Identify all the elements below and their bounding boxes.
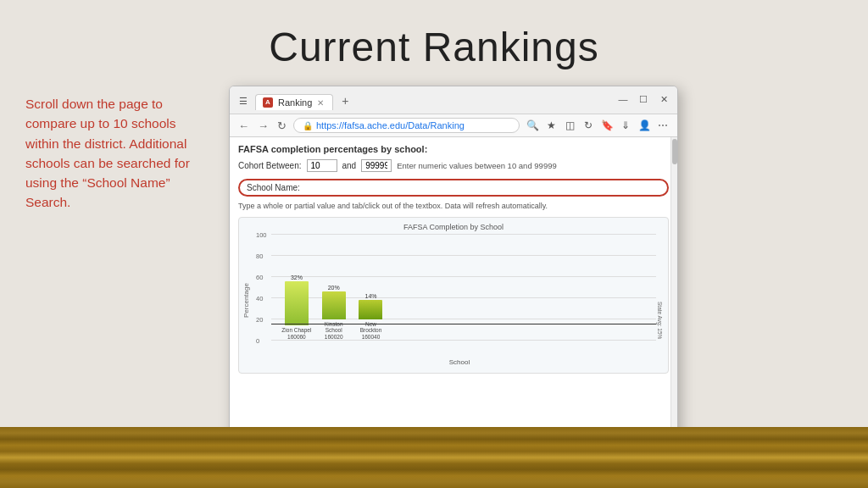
school-name-container: School Name:: [238, 179, 669, 197]
extensions-icon[interactable]: ◫: [562, 118, 577, 133]
state-avg-line: [271, 324, 656, 324]
url-text: https://fafsa.ache.edu/Data/Ranking: [316, 120, 465, 130]
y-tick-0: 0: [256, 337, 259, 345]
y-tick-60: 60: [256, 274, 263, 281]
history-icon[interactable]: ↻: [581, 118, 596, 133]
cohort-to-input[interactable]: [361, 159, 392, 172]
bar-item-1: 32% Zion Chapel 160060: [280, 274, 314, 341]
address-bar[interactable]: 🔒 https://fafsa.ache.edu/Data/Ranking: [293, 118, 520, 133]
chart-title: FAFSA Completion by School: [242, 223, 665, 231]
bar-value-2: 20%: [328, 285, 340, 291]
bar-item-2: 20% Kinston School 160020: [317, 285, 351, 341]
browser-window: ☰ A Ranking ✕ + — ☐ ✕ ← →: [229, 86, 678, 441]
close-button[interactable]: ✕: [657, 92, 670, 106]
downloads-icon[interactable]: ⇓: [618, 118, 633, 133]
forward-button[interactable]: →: [256, 119, 270, 132]
left-annotation: Scroll down the page to compare up to 10…: [25, 86, 212, 441]
bar-2: [322, 291, 346, 319]
school-search-hint: Type a whole or partial value and tab/cl…: [238, 202, 669, 210]
tab-strip: A Ranking ✕ +: [255, 92, 356, 110]
school-name-label: School Name:: [247, 183, 300, 192]
restore-button[interactable]: ☐: [637, 92, 650, 106]
browser-tab-ranking[interactable]: A Ranking ✕: [255, 94, 333, 110]
bar-item-3: 14% New Brockton 160040: [354, 293, 388, 341]
bar-1: [285, 281, 309, 325]
bar-value-1: 32%: [291, 274, 303, 280]
bar-3: [359, 300, 382, 319]
tab-close-button[interactable]: ✕: [317, 98, 324, 108]
new-tab-button[interactable]: +: [335, 92, 355, 110]
bar-value-3: 14%: [364, 293, 376, 299]
browser-chrome: ☰ A Ranking ✕ + — ☐ ✕: [230, 86, 677, 114]
cohort-label: Cohort Between:: [238, 161, 302, 170]
profile-icon[interactable]: 👤: [637, 118, 652, 133]
browser-grid-icon[interactable]: ☰: [236, 94, 250, 108]
chart-container: FAFSA Completion by School Percentage 10…: [238, 217, 669, 374]
y-tick-80: 80: [256, 252, 263, 260]
cohort-from-input[interactable]: [307, 159, 337, 172]
school-name-input[interactable]: [300, 183, 660, 192]
page-heading: FAFSA completion percentages by school:: [238, 144, 669, 154]
bars-group: 32% Zion Chapel 160060 20% Kinston Schoo…: [271, 235, 656, 341]
chart-inner: 100 80 60 40 20: [254, 235, 665, 366]
wood-floor: [0, 427, 868, 488]
scrollbar[interactable]: [670, 137, 677, 441]
scrollbar-thumb[interactable]: [672, 139, 677, 164]
y-tick-100: 100: [256, 231, 267, 239]
browser-content: FAFSA completion percentages by school: …: [230, 137, 677, 441]
state-avg-label: State Avg: 15%: [657, 302, 663, 339]
bookmark-icon[interactable]: ★: [543, 118, 559, 133]
x-axis-label: School: [449, 358, 470, 366]
y-tick-40: 40: [256, 295, 263, 302]
tab-label: Ranking: [278, 97, 312, 108]
favorites-icon[interactable]: 🔖: [599, 118, 615, 133]
y-tick-20: 20: [256, 316, 263, 324]
tab-favicon: A: [263, 97, 273, 108]
cohort-hint-text: Enter numeric values between 10 and 9999…: [397, 161, 557, 170]
y-axis-label: Percentage: [242, 235, 254, 366]
browser-toolbar: ← → ↻ 🔒 https://fafsa.ache.edu/Data/Rank…: [230, 114, 677, 137]
back-button[interactable]: ←: [236, 119, 251, 132]
bar-label-1: Zion Chapel 160060: [281, 327, 311, 341]
more-button[interactable]: ⋯: [655, 118, 670, 133]
search-icon[interactable]: 🔍: [525, 118, 540, 133]
minimize-button[interactable]: —: [616, 92, 630, 106]
chart-plot: 100 80 60 40 20: [271, 235, 656, 341]
chart-area: Percentage 100 80 60: [242, 235, 665, 366]
cohort-row: Cohort Between: and Enter numeric values…: [238, 159, 669, 172]
toolbar-icons: 🔍 ★ ◫ ↻ 🔖 ⇓ 👤 ⋯: [525, 118, 670, 133]
page-title: Current Rankings: [0, 0, 868, 86]
cohort-and-label: and: [342, 161, 357, 170]
refresh-button[interactable]: ↻: [275, 119, 288, 132]
